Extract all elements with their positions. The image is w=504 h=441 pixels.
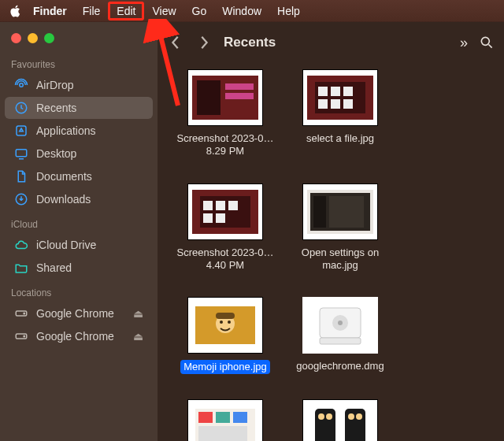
svg-rect-27 xyxy=(228,201,238,210)
file-item[interactable]: Screenshot 2023-0…4.40 PM xyxy=(175,183,276,272)
svg-point-55 xyxy=(348,413,354,420)
sidebar-item-label: Documents xyxy=(36,170,92,183)
file-name: Open settings on mac.jpg xyxy=(290,246,391,272)
svg-rect-4 xyxy=(16,150,27,157)
back-button[interactable] xyxy=(167,32,184,53)
sidebar-item-icloud-drive[interactable]: iCloud Drive xyxy=(5,234,153,256)
svg-point-7 xyxy=(24,313,25,314)
eject-icon[interactable]: ⏏ xyxy=(133,307,143,320)
sidebar-item-downloads[interactable]: Downloads xyxy=(5,188,153,210)
svg-rect-12 xyxy=(197,80,220,115)
disk-icon xyxy=(14,306,28,321)
file-name: select a file.jpg xyxy=(306,132,374,145)
svg-point-53 xyxy=(318,413,324,420)
sidebar-item-shared[interactable]: Shared xyxy=(5,257,153,279)
sidebar-item-documents[interactable]: Documents xyxy=(5,165,153,187)
zoom-button[interactable] xyxy=(44,33,54,43)
svg-point-56 xyxy=(356,413,362,420)
file-thumbnail xyxy=(187,183,263,240)
svg-rect-17 xyxy=(318,87,328,96)
download-icon xyxy=(14,192,28,206)
svg-point-42 xyxy=(338,321,343,325)
file-item[interactable]: Screenshot 2023-0…8.29 PM xyxy=(175,69,276,158)
cloud-icon xyxy=(14,238,28,252)
menubar-item-file[interactable]: File xyxy=(75,2,109,20)
svg-rect-51 xyxy=(315,409,335,441)
svg-point-54 xyxy=(326,413,332,420)
svg-point-10 xyxy=(481,37,489,45)
sidebar-section-favourites: Favourites xyxy=(0,51,158,73)
search-icon[interactable] xyxy=(479,35,495,50)
sidebar-section-icloud: iCloud xyxy=(0,211,158,233)
svg-rect-14 xyxy=(225,93,254,99)
toolbar: Recents » xyxy=(158,22,504,63)
file-name: Memoji iphone.jpg xyxy=(180,360,270,374)
content-area: Recents » Screenshot 2023-0…8.29 PM sele… xyxy=(158,22,504,441)
file-grid: Screenshot 2023-0…8.29 PM select a file.… xyxy=(158,63,504,441)
file-item[interactable]: Open settings on mac.jpg xyxy=(290,183,391,272)
svg-rect-39 xyxy=(216,313,235,319)
sidebar-item-airdrop[interactable]: AirDrop xyxy=(5,74,153,96)
sidebar-item-applications[interactable]: Applications xyxy=(5,120,153,142)
file-name: Screenshot 2023-0…4.40 PM xyxy=(175,246,276,272)
menubar-item-go[interactable]: Go xyxy=(184,2,215,20)
forward-button[interactable] xyxy=(195,32,213,53)
svg-rect-25 xyxy=(203,201,213,210)
sidebar-item-label: Recents xyxy=(36,102,76,114)
file-item[interactable] xyxy=(290,399,391,441)
sidebar-item-location[interactable]: Google Chrome ⏏ xyxy=(5,302,153,324)
svg-point-1 xyxy=(20,83,24,87)
svg-rect-43 xyxy=(320,338,361,344)
svg-rect-29 xyxy=(216,213,225,223)
apple-menu-icon[interactable] xyxy=(9,5,22,17)
svg-rect-32 xyxy=(313,196,326,228)
file-item[interactable]: Memoji iphone.jpg xyxy=(175,297,276,374)
menubar-item-window[interactable]: Window xyxy=(214,2,269,20)
sidebar: Favourites AirDrop Recents Applications … xyxy=(0,22,158,441)
desktop-icon xyxy=(14,146,28,161)
window-controls xyxy=(0,22,158,51)
window-title: Recents xyxy=(224,35,276,50)
file-thumbnail xyxy=(187,399,263,441)
menubar-item-edit[interactable]: Edit xyxy=(108,2,144,20)
close-button[interactable] xyxy=(11,33,21,43)
minimize-button[interactable] xyxy=(28,33,38,43)
svg-rect-19 xyxy=(343,87,353,96)
svg-rect-20 xyxy=(318,99,328,109)
menubar-item-help[interactable]: Help xyxy=(269,2,308,20)
svg-rect-28 xyxy=(203,213,213,223)
file-thumbnail xyxy=(302,183,378,240)
sidebar-item-label: Shared xyxy=(36,261,72,274)
svg-rect-49 xyxy=(198,426,247,441)
sidebar-section-locations: Locations xyxy=(0,280,158,302)
svg-rect-47 xyxy=(216,412,230,423)
sidebar-item-label: AirDrop xyxy=(36,79,73,91)
svg-rect-46 xyxy=(198,412,213,423)
disk-icon xyxy=(14,329,28,343)
sidebar-item-location[interactable]: Google Chrome ⏏ xyxy=(5,325,153,347)
sidebar-item-label: Desktop xyxy=(36,147,76,160)
file-item[interactable]: googlechrome.dmg xyxy=(290,297,391,374)
file-thumbnail xyxy=(302,297,378,354)
sidebar-item-label: Google Chrome xyxy=(36,307,114,320)
eject-icon[interactable]: ⏏ xyxy=(133,330,143,343)
file-item[interactable] xyxy=(175,399,276,441)
sidebar-item-label: Applications xyxy=(36,124,96,137)
folder-icon xyxy=(14,261,28,275)
menubar-item-view[interactable]: View xyxy=(144,2,183,20)
svg-point-9 xyxy=(24,335,25,337)
sidebar-item-label: iCloud Drive xyxy=(36,239,96,251)
menubar: Finder File Edit View Go Window Help xyxy=(0,0,504,22)
svg-rect-52 xyxy=(345,409,365,441)
sidebar-item-label: Google Chrome xyxy=(36,330,114,343)
sidebar-item-label: Downloads xyxy=(36,193,91,206)
file-thumbnail xyxy=(187,297,263,354)
sidebar-item-recents[interactable]: Recents xyxy=(5,97,153,119)
apps-icon xyxy=(14,124,28,138)
file-item[interactable]: select a file.jpg xyxy=(290,69,391,158)
menubar-app-name[interactable]: Finder xyxy=(25,2,75,20)
clock-icon xyxy=(14,101,28,115)
sidebar-item-desktop[interactable]: Desktop xyxy=(5,143,153,165)
toolbar-more-button[interactable]: » xyxy=(460,35,468,51)
file-thumbnail xyxy=(302,399,378,441)
